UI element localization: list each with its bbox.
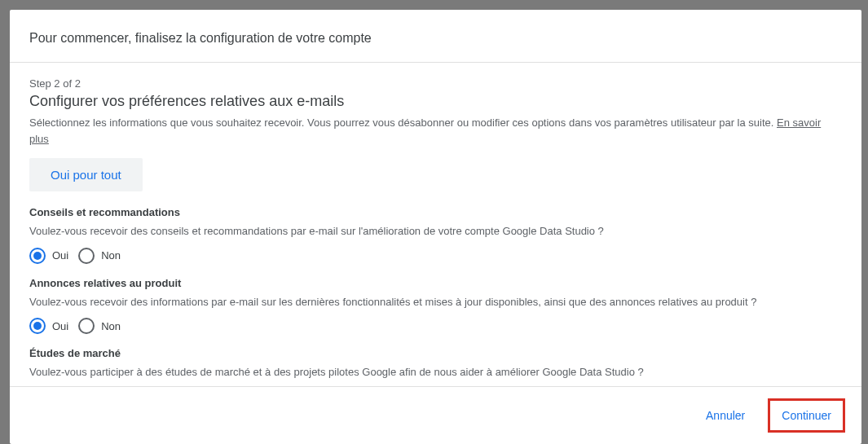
preference-title: Annonces relatives au produit xyxy=(29,277,842,289)
radio-row: OuiNon xyxy=(29,318,842,334)
radio-label: Oui xyxy=(52,249,68,262)
section-heading: Configurer vos préférences relatives aux… xyxy=(29,93,842,110)
continue-button[interactable]: Continuer xyxy=(772,402,841,429)
section-description: Sélectionnez les informations que vous s… xyxy=(29,115,842,147)
radio-label: Non xyxy=(101,320,121,332)
radio-row: OuiNon xyxy=(29,248,842,264)
dialog-body: Step 2 of 2 Configurer vos préférences r… xyxy=(10,63,861,386)
dialog-title: Pour commencer, finalisez la configurati… xyxy=(29,31,842,46)
radio-option-yes[interactable]: Oui xyxy=(29,248,68,264)
preference-group: Études de marchéVoulez-vous participer à… xyxy=(29,347,842,386)
radio-label: Non xyxy=(101,249,121,262)
description-text: Sélectionnez les informations que vous s… xyxy=(29,116,777,129)
radio-dot-icon xyxy=(33,322,42,330)
dialog-footer: Annuler Continuer xyxy=(10,386,861,444)
preference-description: Voulez-vous recevoir des informations pa… xyxy=(29,294,842,310)
continue-highlight: Continuer xyxy=(768,398,845,433)
preference-description: Voulez-vous participer à des études de m… xyxy=(29,364,842,380)
preference-title: Études de marché xyxy=(29,347,842,359)
preferences-container: Conseils et recommandationsVoulez-vous r… xyxy=(29,206,842,386)
preference-group: Conseils et recommandationsVoulez-vous r… xyxy=(29,206,842,264)
setup-dialog: Pour commencer, finalisez la configurati… xyxy=(10,10,861,444)
radio-option-yes[interactable]: Oui xyxy=(29,318,68,334)
step-indicator: Step 2 of 2 xyxy=(29,77,842,90)
radio-icon xyxy=(29,248,46,264)
preference-group: Annonces relatives au produitVoulez-vous… xyxy=(29,277,842,335)
radio-icon xyxy=(78,318,95,334)
radio-icon xyxy=(29,318,46,334)
preference-title: Conseils et recommandations xyxy=(29,206,842,218)
radio-dot-icon xyxy=(33,252,42,260)
radio-label: Oui xyxy=(52,320,68,332)
radio-option-no[interactable]: Non xyxy=(78,248,121,264)
preference-description: Voulez-vous recevoir des conseils et rec… xyxy=(29,223,842,240)
dialog-header: Pour commencer, finalisez la configurati… xyxy=(10,10,861,63)
radio-icon xyxy=(78,248,95,264)
cancel-button[interactable]: Annuler xyxy=(696,402,755,429)
radio-option-no[interactable]: Non xyxy=(78,318,121,334)
yes-for-all-button[interactable]: Oui pour tout xyxy=(29,158,143,191)
